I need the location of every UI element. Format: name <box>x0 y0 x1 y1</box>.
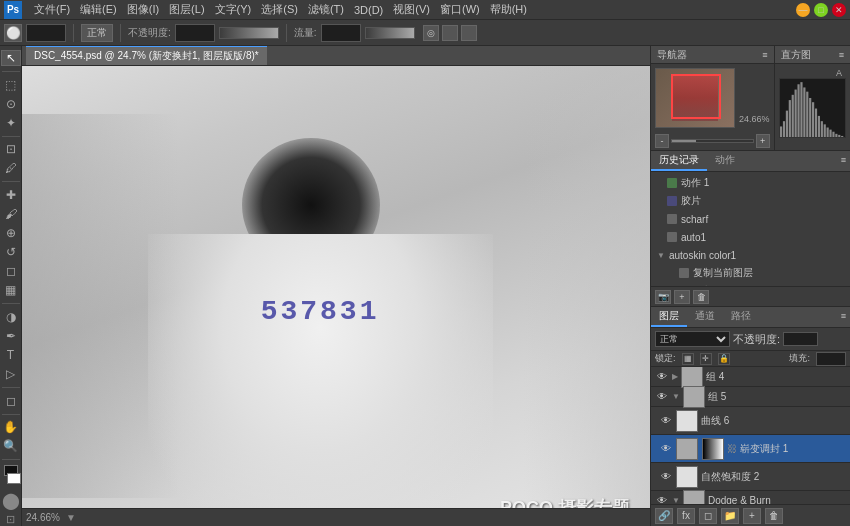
history-item[interactable]: 动作 1 <box>651 174 850 192</box>
history-item[interactable]: 胶片 <box>651 192 850 210</box>
layer-group-header[interactable]: 👁 ▼ 组 5 <box>651 387 850 407</box>
menu-3d[interactable]: 3D(D) <box>354 4 383 16</box>
zoom-slider[interactable] <box>671 139 754 143</box>
delete-history-button[interactable]: 🗑 <box>693 290 709 304</box>
healing-tool[interactable]: ✚ <box>1 187 21 203</box>
mode-button[interactable]: 正常 <box>81 24 113 42</box>
canvas-area[interactable]: DSC_4554.psd @ 24.7% (新变换封1, 图层版版/8)* 53… <box>22 46 650 526</box>
blend-mode-select[interactable]: 正常 <box>655 331 730 347</box>
history-group-header[interactable]: ▼ autoskin color1 <box>651 246 850 264</box>
layer-group-header[interactable]: 👁 ▶ 组 4 <box>651 367 850 387</box>
create-snapshot-button[interactable]: 📷 <box>655 290 671 304</box>
history-brush-tool[interactable]: ↺ <box>1 244 21 260</box>
layers-tab[interactable]: 图层 <box>651 307 687 327</box>
option-btn3[interactable] <box>461 25 477 41</box>
airbrush-button[interactable]: ◎ <box>423 25 439 41</box>
navigator-thumbnail[interactable] <box>655 68 735 128</box>
menu-text[interactable]: 文字(Y) <box>215 2 252 17</box>
channels-tab[interactable]: 通道 <box>687 307 723 327</box>
zoom-tool[interactable]: 🔍 <box>1 438 21 454</box>
opacity-slider[interactable] <box>219 27 279 39</box>
menu-file[interactable]: 文件(F) <box>34 2 70 17</box>
history-item[interactable]: 复制当前图层 <box>651 264 850 282</box>
maximize-button[interactable]: □ <box>814 3 828 17</box>
eyedropper-tool[interactable]: 🖊 <box>1 160 21 176</box>
menu-edit[interactable]: 编辑(E) <box>80 2 117 17</box>
opacity-input[interactable]: 84% <box>175 24 215 42</box>
menu-select[interactable]: 选择(S) <box>261 2 298 17</box>
navigator-menu-icon[interactable]: ≡ <box>762 50 767 60</box>
add-mask-button[interactable]: ◻ <box>699 508 717 524</box>
path-select-tool[interactable]: ▷ <box>1 366 21 382</box>
zoom-out-button[interactable]: - <box>655 134 669 148</box>
magic-wand-tool[interactable]: ✦ <box>1 115 21 131</box>
menu-window[interactable]: 窗口(W) <box>440 2 480 17</box>
text-tool[interactable]: T <box>1 347 21 363</box>
gradient-tool[interactable]: ▦ <box>1 282 21 298</box>
screen-mode[interactable]: ⊡ <box>6 513 15 526</box>
layers-fill-input[interactable]: 100% <box>816 352 846 366</box>
menu-layer[interactable]: 图层(L) <box>169 2 204 17</box>
clone-tool[interactable]: ⊕ <box>1 225 21 241</box>
histogram-panel-header[interactable]: 直方图 ≡ <box>775 46 850 64</box>
new-group-button[interactable]: 📁 <box>721 508 739 524</box>
history-item[interactable]: auto1 <box>651 228 850 246</box>
crop-tool[interactable]: ⊡ <box>1 141 21 157</box>
canvas-image[interactable]: 537831 POCO 摄影专题 http://photo.poco.cn 实用… <box>22 66 650 526</box>
layer-visibility-icon[interactable]: 👁 <box>655 370 669 384</box>
layers-menu-icon[interactable]: ≡ <box>837 307 850 327</box>
new-layer-button[interactable]: + <box>743 508 761 524</box>
canvas-tab[interactable]: DSC_4554.psd @ 24.7% (新变换封1, 图层版版/8)* <box>26 46 267 65</box>
pen-tool[interactable]: ✒ <box>1 328 21 344</box>
lock-all-button[interactable]: 🔒 <box>718 353 730 365</box>
layer-visibility-icon[interactable]: 👁 <box>659 442 673 456</box>
history-content[interactable]: 动作 1 胶片 scharf auto1 ▼ autoskin colo <box>651 172 850 286</box>
zoom-in-button[interactable]: + <box>756 134 770 148</box>
layer-visibility-icon[interactable]: 👁 <box>659 470 673 484</box>
delete-layer-button[interactable]: 🗑 <box>765 508 783 524</box>
menu-image[interactable]: 图像(I) <box>127 2 159 17</box>
link-layers-button[interactable]: 🔗 <box>655 508 673 524</box>
history-menu-icon[interactable]: ≡ <box>837 151 850 171</box>
lock-position-button[interactable]: ✛ <box>700 353 712 365</box>
layer-visibility-icon[interactable]: 👁 <box>659 414 673 428</box>
layer-group-header[interactable]: 👁 ▼ Dodge & Burn <box>651 491 850 504</box>
flow-slider[interactable] <box>365 27 415 39</box>
layer-item[interactable]: 👁 自然饱和度 2 <box>651 463 850 491</box>
layers-opacity-input[interactable]: 100% <box>783 332 818 346</box>
close-button[interactable]: ✕ <box>832 3 846 17</box>
layers-content[interactable]: 👁 ▶ 组 4 👁 ▼ 组 5 👁 曲线 6 <box>651 367 850 504</box>
menu-filter[interactable]: 滤镜(T) <box>308 2 344 17</box>
layer-item-active[interactable]: 👁 ⛓ 崭变调封 1 <box>651 435 850 463</box>
layer-thumbnail <box>681 367 703 388</box>
minimize-button[interactable]: — <box>796 3 810 17</box>
history-item[interactable]: scharf <box>651 210 850 228</box>
histogram-menu-icon[interactable]: ≡ <box>839 50 844 60</box>
brush-tool[interactable]: 🖌 <box>1 206 21 222</box>
navigator-panel-header[interactable]: 导航器 ≡ <box>651 46 774 64</box>
shape-tool[interactable]: ◻ <box>1 393 21 409</box>
layer-visibility-icon[interactable]: 👁 <box>655 390 669 404</box>
history-tab[interactable]: 历史记录 <box>651 151 707 171</box>
option-btn2[interactable] <box>442 25 458 41</box>
brush-size-input[interactable]: 250 <box>26 24 66 42</box>
lock-pixels-button[interactable]: ▦ <box>682 353 694 365</box>
background-color[interactable] <box>7 473 21 484</box>
move-tool[interactable]: ↖ <box>1 50 21 66</box>
paths-tab[interactable]: 路径 <box>723 307 759 327</box>
layer-item[interactable]: 👁 曲线 6 <box>651 407 850 435</box>
flow-input[interactable]: 100% <box>321 24 361 42</box>
layer-visibility-icon[interactable]: 👁 <box>655 494 669 505</box>
lasso-tool[interactable]: ⊙ <box>1 96 21 112</box>
menu-help[interactable]: 帮助(H) <box>490 2 527 17</box>
eraser-tool[interactable]: ◻ <box>1 263 21 279</box>
dodge-tool[interactable]: ◑ <box>1 309 21 325</box>
fx-button[interactable]: fx <box>677 508 695 524</box>
quick-mask[interactable]: ⬤ <box>2 491 20 510</box>
actions-tab[interactable]: 动作 <box>707 151 743 171</box>
tool-separator4 <box>2 303 20 304</box>
marquee-tool[interactable]: ⬚ <box>1 77 21 93</box>
menu-view[interactable]: 视图(V) <box>393 2 430 17</box>
create-layer-button[interactable]: + <box>674 290 690 304</box>
hand-tool[interactable]: ✋ <box>1 419 21 435</box>
